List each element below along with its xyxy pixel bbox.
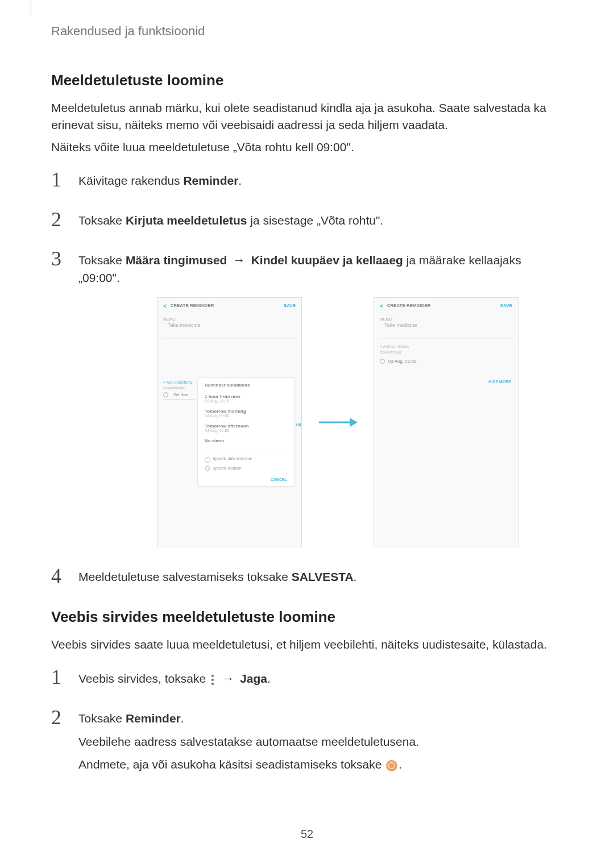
- clock-icon: [163, 392, 168, 397]
- popup-option: Tomorrow afternoon04 Aug, 14:00: [205, 421, 287, 435]
- conditions-hint: + Add conditions CONDITIONS Set time: [163, 380, 194, 400]
- arrow-right-icon: →: [229, 253, 248, 267]
- conditions-label: CONDITIONS: [374, 350, 518, 356]
- phone-save-button: SAVE: [500, 303, 512, 308]
- step-4: 4 Meeldetuletuse salvestamiseks toksake …: [51, 566, 563, 591]
- step-number: 4: [51, 566, 67, 586]
- phone-screenshot-right: < CREATE REMINDER SAVE MEMO Take medicin…: [374, 297, 518, 547]
- phone-screenshot-left: < CREATE REMINDER SAVE MEMO Take medicin…: [157, 297, 302, 547]
- popup-option: No alarm: [205, 435, 287, 446]
- arrow-right-icon: →: [218, 671, 238, 686]
- reminder-conditions-popup: Reminder conditions 1 hour from now03 Au…: [197, 377, 294, 487]
- more-vertical-icon: [211, 675, 214, 685]
- svg-marker-1: [350, 418, 358, 427]
- memo-text: Take medicine: [379, 322, 513, 339]
- specific-date-option: Specific date and time: [205, 454, 287, 463]
- phone-save-button: SAVE: [284, 303, 296, 308]
- step-number: 1: [51, 667, 67, 687]
- arrow-right-icon: [318, 417, 358, 428]
- screenshot-illustration: < CREATE REMINDER SAVE MEMO Take medicin…: [113, 297, 563, 547]
- step2b-para1: Veebilehe aadress salvestatakse automaat…: [78, 733, 563, 750]
- hide-more-label: HIDE MORE: [488, 380, 511, 384]
- step-3: 3 Toksake Määra tingimused → Kindel kuup…: [51, 248, 563, 551]
- section1-para1: Meeldetuletus annab märku, kui olete sea…: [51, 99, 563, 134]
- phone-header: < CREATE REMINDER SAVE: [157, 298, 301, 314]
- specific-location-option: Specific location: [205, 463, 287, 473]
- popup-cancel: CANCEL: [205, 473, 287, 481]
- page-border-decoration: [31, 0, 31, 16]
- step-number: 1: [51, 169, 67, 190]
- add-conditions: + Add conditions: [374, 339, 518, 350]
- memo-label: MEMO: [157, 314, 301, 322]
- popup-option: 1 hour from now03 Aug, 21:15: [205, 391, 287, 406]
- page-number: 52: [0, 828, 614, 841]
- step-2b: 2 Toksake Reminder. Veebilehe aadress sa…: [51, 707, 563, 779]
- step4-text: Meeldetuletuse salvestamiseks toksake SA…: [78, 568, 563, 585]
- memo-text: Take medicine: [162, 322, 297, 339]
- main-content: Meeldetuletuste loomine Meeldetuletus an…: [51, 61, 563, 779]
- step2-text: Toksake Kirjuta meeldetuletus ja sisesta…: [78, 212, 563, 229]
- condition-time-row: 03 Aug, 21:00: [374, 356, 518, 366]
- section1-para2: Näiteks võite luua meeldetuletuse „Võta …: [51, 139, 563, 156]
- step1b-text: Veebis sirvides, toksake → Jaga.: [78, 670, 563, 688]
- back-icon: <: [163, 302, 167, 309]
- hide-more-label: HIDE MORE: [296, 423, 302, 427]
- section2-para1: Veebis sirvides saate luua meeldetuletus…: [51, 636, 563, 653]
- phone-header: < CREATE REMINDER SAVE: [374, 298, 518, 314]
- step-number: 2: [51, 707, 67, 728]
- step2b-para2: Andmete, aja või asukoha käsitsi seadist…: [78, 756, 563, 773]
- step-number: 2: [51, 209, 67, 230]
- step-1: 1 Käivitage rakendus Reminder.: [51, 169, 563, 195]
- section2-title: Veebis sirvides meeldetuletuste loomine: [51, 608, 563, 626]
- step3-text: Toksake Määra tingimused → Kindel kuupäe…: [78, 251, 563, 286]
- step1-text: Käivitage rakendus Reminder.: [78, 172, 563, 189]
- clock-icon: [380, 359, 385, 364]
- popup-option: Tomorrow morning04 Aug, 09:00: [205, 406, 287, 421]
- step-number: 3: [51, 248, 67, 269]
- section2: Veebis sirvides meeldetuletuste loomine …: [51, 608, 563, 779]
- back-icon: <: [380, 302, 383, 309]
- memo-label: MEMO: [374, 314, 518, 322]
- section1-title: Meeldetuletuste loomine: [51, 72, 563, 89]
- step-1b: 1 Veebis sirvides, toksake → Jaga.: [51, 667, 563, 693]
- step-2: 2 Toksake Kirjuta meeldetuletus ja sises…: [51, 209, 563, 235]
- reminder-badge-icon: [386, 760, 397, 771]
- page-header: Rakendused ja funktsioonid: [51, 24, 205, 39]
- step2b-text: Toksake Reminder.: [78, 710, 563, 727]
